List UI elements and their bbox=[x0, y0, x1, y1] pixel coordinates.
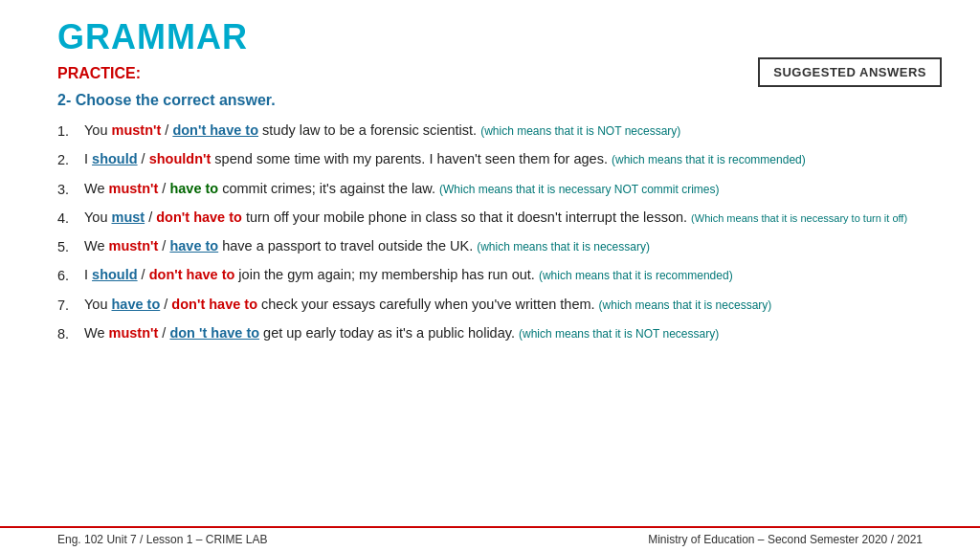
q-num: 6. bbox=[57, 265, 84, 285]
q-rest: get up early today as it's a public holi… bbox=[259, 325, 519, 341]
questions-list: 1. You mustn't / don't have to study law… bbox=[57, 121, 923, 343]
q-num: 1. bbox=[57, 121, 84, 141]
q-subject: I bbox=[84, 151, 92, 166]
q-rest: spend some time with my parents. I haven… bbox=[211, 151, 612, 166]
wrong-answer: don't have to bbox=[156, 209, 242, 225]
q-content: You have to / don't have to check your e… bbox=[84, 295, 923, 314]
q-note: (Which means that it is necessary to tur… bbox=[691, 212, 907, 224]
wrong-answer: don't have to bbox=[149, 267, 235, 282]
q-note: (which means that it is necessary) bbox=[599, 298, 772, 312]
q-subject: We bbox=[84, 181, 109, 196]
q-num: 3. bbox=[57, 179, 84, 199]
question-item: 5. We mustn't / have to have a passport … bbox=[57, 236, 923, 256]
q-note: (which means that it is necessary) bbox=[477, 240, 650, 253]
q-rest: join the gym again; my membership has ru… bbox=[234, 267, 539, 282]
footer: Eng. 102 Unit 7 / Lesson 1 – CRIME LAB M… bbox=[0, 526, 980, 551]
question-item: 8. We mustn't / don 't have to get up ea… bbox=[57, 323, 923, 343]
q-num: 7. bbox=[57, 295, 84, 315]
suggested-answers-box: SUGGESTED ANSWERS bbox=[758, 57, 942, 87]
wrong-answer: shouldn't bbox=[149, 151, 212, 166]
footer-right: Ministry of Education – Second Semester … bbox=[648, 533, 923, 546]
q-subject: I bbox=[84, 267, 92, 282]
q-num: 8. bbox=[57, 323, 84, 343]
q-subject: We bbox=[84, 238, 109, 253]
q-note: (which means that it is NOT necessary) bbox=[519, 327, 719, 341]
q-rest: check your essays carefully when you've … bbox=[257, 297, 599, 312]
q-subject: You bbox=[84, 209, 112, 225]
question-item: 3. We mustn't / have to commit crimes; i… bbox=[57, 179, 923, 199]
question-item: 6. I should / don't have to join the gym… bbox=[57, 265, 923, 285]
main-page: GRAMMAR PRACTICE: SUGGESTED ANSWERS 2- C… bbox=[0, 0, 980, 343]
q-rest: turn off your mobile phone in class so t… bbox=[242, 209, 691, 225]
q-num: 2. bbox=[57, 149, 84, 169]
q-num: 4. bbox=[57, 208, 84, 228]
question-item: 7. You have to / don't have to check you… bbox=[57, 295, 923, 315]
q-rest: study law to be a forensic scientist. bbox=[258, 122, 480, 138]
correct-answer: must bbox=[112, 209, 145, 225]
q-subject: You bbox=[84, 122, 112, 138]
q-note: (which means that it is recommended) bbox=[612, 153, 806, 166]
q-content: You mustn't / don't have to study law to… bbox=[84, 121, 923, 140]
correct-answer: have to bbox=[112, 297, 161, 312]
correct-answer: should bbox=[92, 267, 138, 282]
correct-answer: don 't have to bbox=[169, 325, 259, 341]
wrong-answer: mustn't bbox=[109, 238, 159, 253]
question-item: 2. I should / shouldn't spend some time … bbox=[57, 149, 923, 169]
wrong-answer: mustn't bbox=[112, 122, 162, 138]
wrong-answer: mustn't bbox=[109, 325, 159, 341]
correct-answer: should bbox=[92, 151, 138, 166]
q-content: You must / don't have to turn off your m… bbox=[84, 208, 923, 227]
question-item: 4. You must / don't have to turn off you… bbox=[57, 208, 923, 228]
q-content: We mustn't / have to have a passport to … bbox=[84, 236, 923, 255]
q-content: We mustn't / don 't have to get up early… bbox=[84, 323, 923, 342]
q-content: We mustn't / have to commit crimes; it's… bbox=[84, 179, 923, 198]
wrong-answer: don't have to bbox=[171, 297, 257, 312]
q-num: 5. bbox=[57, 236, 84, 256]
q-subject: We bbox=[84, 325, 109, 341]
q-note: (which means that it is recommended) bbox=[539, 269, 733, 282]
q-rest: have a passport to travel outside the UK… bbox=[218, 238, 477, 253]
footer-left: Eng. 102 Unit 7 / Lesson 1 – CRIME LAB bbox=[57, 533, 267, 546]
wrong-answer: mustn't bbox=[109, 181, 159, 196]
q-content: I should / don't have to join the gym ag… bbox=[84, 265, 923, 284]
q-content: I should / shouldn't spend some time wit… bbox=[84, 149, 923, 168]
correct-answer: have to bbox=[169, 181, 218, 196]
question-item: 1. You mustn't / don't have to study law… bbox=[57, 121, 923, 141]
correct-answer: don't have to bbox=[172, 122, 258, 138]
q-note: (which means that it is NOT necessary) bbox=[480, 124, 680, 138]
q-note: (Which means that it is necessary NOT co… bbox=[439, 183, 720, 196]
q-subject: You bbox=[84, 297, 112, 312]
section-title: 2- Choose the correct answer. bbox=[57, 92, 923, 109]
correct-answer: have to bbox=[169, 238, 218, 253]
q-rest: commit crimes; it's against the law. bbox=[218, 181, 439, 196]
page-title: GRAMMAR bbox=[57, 17, 923, 57]
